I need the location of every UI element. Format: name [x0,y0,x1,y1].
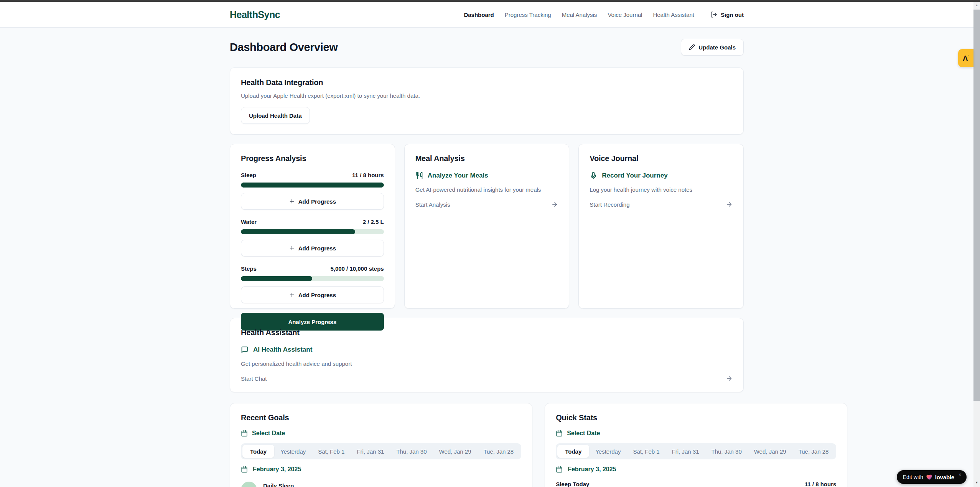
date-tab-tue-jan-28[interactable]: Tue, Jan 28 [478,445,520,458]
sign-out-button[interactable]: Sign out [710,11,744,18]
start-analysis-action[interactable]: Start Analysis [415,201,558,208]
progress-analysis-title: Progress Analysis [241,154,384,163]
page-title: Dashboard Overview [230,41,338,54]
date-tab-sat-feb-1[interactable]: Sat, Feb 1 [627,445,665,458]
voice-description: Log your health journey with voice notes [590,186,733,193]
goal-name: Daily Sleep [263,482,294,487]
close-icon[interactable]: × [959,472,961,477]
date-tab-thu-jan-30[interactable]: Thu, Jan 30 [705,445,748,458]
progress-item-steps: Steps 5,000 / 10,000 steps Add Progress [241,265,384,303]
record-your-journey-label: Record Your Journey [602,172,667,179]
nav-item-health-assistant[interactable]: Health Assistant [653,12,694,18]
date-tab-fri-jan-31[interactable]: Fri, Jan 31 [666,445,705,458]
selected-date-display: February 3, 2025 [556,466,836,473]
sign-out-label: Sign out [721,12,744,18]
date-tab-wed-jan-29[interactable]: Wed, Jan 29 [748,445,792,458]
goal-list-item: Daily Sleep 11 / 8 hours [241,482,521,487]
quick-stats-card: Quick Stats Select Date Today Yesterday … [545,403,847,487]
vertical-scrollbar[interactable]: ▲ ▼ [973,2,980,487]
stat-value: 11 / 8 hours [805,481,837,487]
date-tab-yesterday[interactable]: Yesterday [589,445,627,458]
start-recording-label: Start Recording [590,201,629,208]
date-tab-thu-jan-30[interactable]: Thu, Jan 30 [390,445,433,458]
log-out-icon [710,11,717,18]
date-tab-fri-jan-31[interactable]: Fri, Jan 31 [351,445,390,458]
start-analysis-label: Start Analysis [415,201,450,208]
date-tab-yesterday[interactable]: Yesterday [274,445,312,458]
progress-label: Steps [241,265,257,272]
ai-health-assistant-link[interactable]: AI Health Assistant [241,346,733,354]
progress-label: Water [241,219,257,225]
ai-health-assistant-label: AI Health Assistant [253,346,312,354]
start-chat-action[interactable]: Start Chat [241,375,733,382]
calendar-icon [241,466,248,473]
progress-bar-sleep [241,183,384,188]
progress-fill [241,276,312,281]
meal-analysis-card: Meal Analysis Analyze Your Meals Get AI-… [404,144,570,309]
arrow-right-icon [551,201,558,208]
chat-bubble-icon [241,346,249,354]
scrollbar-thumb[interactable] [973,10,980,401]
meal-description: Get AI-powered nutritional insights for … [415,186,558,193]
utensils-icon [415,172,423,179]
health-data-title: Health Data Integration [241,78,733,87]
select-date-label: Select Date [567,430,600,437]
nav-item-progress-tracking[interactable]: Progress Tracking [505,12,551,18]
microphone-icon [590,172,597,179]
date-tab-wed-jan-29[interactable]: Wed, Jan 29 [433,445,478,458]
sleep-today-stat: Sleep Today 11 / 8 hours [556,481,836,487]
calendar-icon [241,430,248,437]
brand-logo[interactable]: HealthSync [230,9,280,20]
voice-journal-title: Voice Journal [590,154,733,163]
update-goals-button[interactable]: Update Goals [681,39,744,56]
recent-goals-title: Recent Goals [241,413,521,422]
date-tabs: Today Yesterday Sat, Feb 1 Fri, Jan 31 T… [241,443,521,459]
nav-item-dashboard[interactable]: Dashboard [464,12,494,18]
stat-label: Sleep Today [556,481,589,487]
plus-icon [289,198,295,204]
update-goals-label: Update Goals [698,44,736,51]
calendar-icon [556,466,563,473]
top-navbar: HealthSync Dashboard Progress Tracking M… [0,2,973,28]
progress-label: Sleep [241,172,256,178]
arrow-right-icon [726,201,733,208]
calendar-icon [556,430,563,437]
plus-icon [289,292,295,298]
select-date-control[interactable]: Select Date [556,430,836,437]
lovable-side-badge[interactable]: Λʼ [958,49,973,67]
progress-value: 5,000 / 10,000 steps [330,265,384,272]
progress-value: 2 / 2.5 L [363,219,384,225]
meal-analysis-title: Meal Analysis [415,154,558,163]
progress-value: 11 / 8 hours [352,172,384,178]
nav-item-voice-journal[interactable]: Voice Journal [608,12,642,18]
select-date-control[interactable]: Select Date [241,430,521,437]
date-tab-tue-jan-28[interactable]: Tue, Jan 28 [792,445,835,458]
scrollbar-up-arrow[interactable]: ▲ [973,2,980,8]
arrow-right-icon [726,375,733,382]
date-tab-today[interactable]: Today [242,445,274,458]
date-tab-sat-feb-1[interactable]: Sat, Feb 1 [312,445,351,458]
voice-journal-card: Voice Journal Record Your Journey Log yo… [578,144,744,309]
progress-fill [241,183,384,188]
scrollbar-down-arrow[interactable]: ▼ [973,479,980,486]
nav-item-meal-analysis[interactable]: Meal Analysis [562,12,597,18]
date-tab-today[interactable]: Today [557,445,589,458]
progress-fill [241,229,355,234]
add-progress-label: Add Progress [298,292,336,298]
add-progress-button-steps[interactable]: Add Progress [241,286,384,303]
add-progress-button-water[interactable]: Add Progress [241,240,384,257]
progress-analysis-card: Progress Analysis Sleep 11 / 8 hours Add… [230,144,395,309]
edit-with-label: Edit with [903,474,923,480]
analyze-your-meals-label: Analyze Your Meals [428,172,488,179]
analyze-your-meals-link[interactable]: Analyze Your Meals [415,172,558,179]
progress-item-sleep: Sleep 11 / 8 hours Add Progress [241,172,384,210]
upload-health-data-button[interactable]: Upload Health Data [241,107,310,124]
health-data-description: Upload your Apple Health export (export.… [241,92,733,99]
record-your-journey-link[interactable]: Record Your Journey [590,172,733,179]
start-recording-action[interactable]: Start Recording [590,201,733,208]
date-tabs: Today Yesterday Sat, Feb 1 Fri, Jan 31 T… [556,443,836,459]
add-progress-button-sleep[interactable]: Add Progress [241,193,384,210]
page-viewport: HealthSync Dashboard Progress Tracking M… [0,2,973,487]
select-date-label: Select Date [252,430,285,437]
edit-with-lovable-badge[interactable]: Edit with lovable × [897,470,967,484]
